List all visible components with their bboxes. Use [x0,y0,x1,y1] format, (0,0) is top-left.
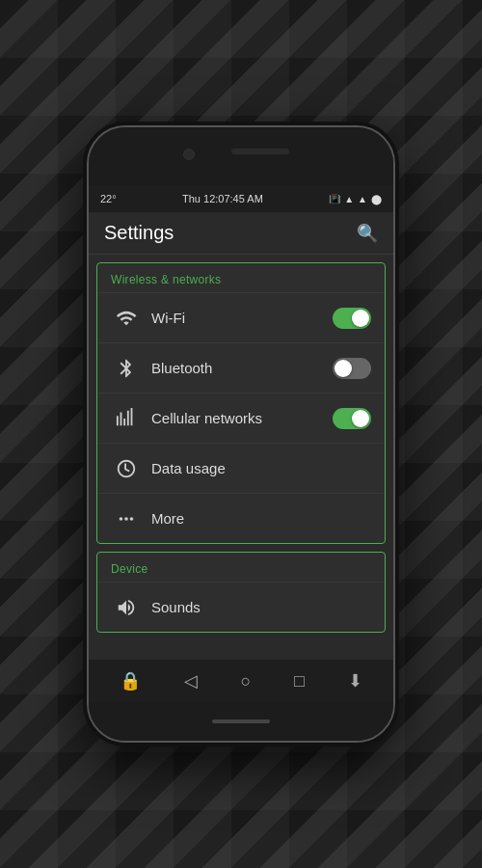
vibrate-icon: 📳 [329,194,340,204]
device-section: Device Sounds [96,552,386,633]
app-title: Settings [104,222,174,244]
home-indicator [212,719,270,723]
data-usage-label: Data usage [151,460,371,476]
more-label: More [151,510,371,527]
datetime: Thu 12:07:45 AM [182,193,263,204]
wifi-label: Wi-Fi [151,310,333,326]
lock-button[interactable]: 🔒 [112,663,148,699]
wifi-item[interactable]: Wi-Fi [97,292,385,342]
cellular-toggle[interactable] [333,408,371,429]
more-icon [111,508,142,529]
status-icons: 📳 ▲ ▲ ⬤ [329,194,382,204]
cellular-item[interactable]: Cellular networks [97,393,385,443]
svg-point-2 [130,517,134,521]
wifi-toggle-knob [352,310,369,327]
recents-button[interactable]: □ [286,664,312,699]
camera [183,149,195,160]
sounds-item[interactable]: Sounds [97,582,385,632]
svg-point-0 [120,517,123,521]
cellular-icon [111,408,142,429]
phone-frame: 22° Thu 12:07:45 AM 📳 ▲ ▲ ⬤ Settings 🔍 W… [87,125,395,743]
svg-point-1 [124,517,128,521]
download-button[interactable]: ⬇ [340,663,370,699]
sounds-icon [111,597,142,618]
wifi-icon-status: ▲ [358,194,367,204]
bluetooth-toggle[interactable] [333,358,371,379]
wifi-toggle[interactable] [333,308,371,329]
cellular-label: Cellular networks [151,410,333,426]
nav-bar: 🔒 ◁ ○ □ ⬇ [89,660,393,702]
battery-icon: ⬤ [371,194,382,204]
device-section-header: Device [97,553,385,582]
cellular-toggle-knob [352,410,369,427]
speaker [231,149,289,154]
sounds-label: Sounds [151,599,371,615]
search-button[interactable]: 🔍 [357,223,378,244]
data-usage-item[interactable]: Data usage [97,443,385,493]
bluetooth-label: Bluetooth [151,360,333,376]
bluetooth-toggle-knob [335,360,352,377]
bottom-bezel [89,702,393,741]
wireless-section: Wireless & networks Wi-Fi [96,262,386,544]
signal-icon: ▲ [344,194,354,204]
wifi-icon [111,308,142,329]
back-button[interactable]: ◁ [176,663,205,699]
more-item[interactable]: More [97,493,385,543]
bluetooth-icon [111,358,142,379]
screen-content: Wireless & networks Wi-Fi [89,255,393,660]
home-button[interactable]: ○ [233,664,259,699]
bluetooth-item[interactable]: Bluetooth [97,342,385,393]
app-bar: Settings 🔍 [89,212,393,255]
data-usage-icon [111,458,142,479]
temperature: 22° [100,193,117,204]
status-bar: 22° Thu 12:07:45 AM 📳 ▲ ▲ ⬤ [89,185,393,212]
wireless-section-header: Wireless & networks [97,263,385,292]
top-bezel [89,127,393,185]
